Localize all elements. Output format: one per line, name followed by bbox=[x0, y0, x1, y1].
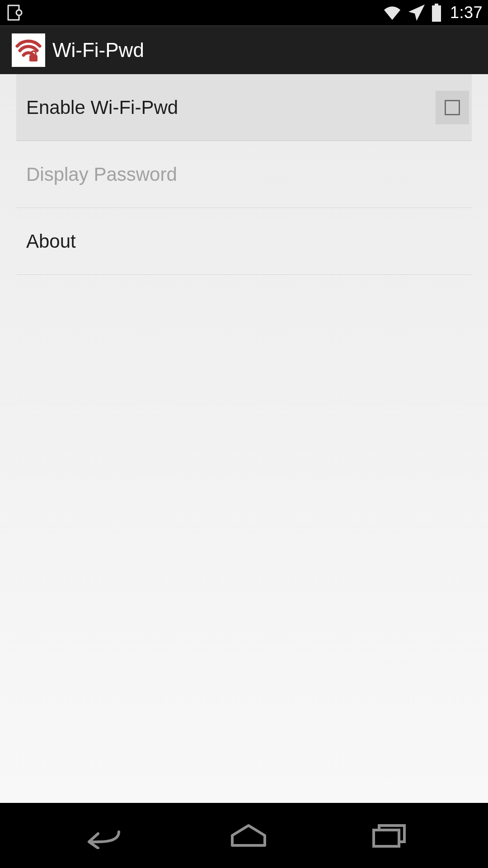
status-bar: 1:37 bbox=[0, 0, 488, 25]
action-bar: Wi-Fi-Pwd bbox=[0, 25, 488, 74]
app-icon bbox=[12, 33, 45, 67]
checkbox-unchecked-icon bbox=[445, 100, 460, 115]
puzzle-piece-icon bbox=[5, 4, 23, 22]
enable-wifi-pwd-item[interactable]: Enable Wi-Fi-Pwd bbox=[16, 74, 472, 141]
recent-apps-button[interactable] bbox=[367, 822, 413, 849]
display-password-item: Display Password bbox=[16, 141, 472, 208]
svg-rect-1 bbox=[432, 5, 441, 22]
back-button[interactable] bbox=[75, 822, 130, 849]
battery-icon bbox=[431, 4, 442, 22]
svg-rect-0 bbox=[435, 4, 438, 5]
svg-rect-2 bbox=[29, 55, 38, 61]
svg-rect-3 bbox=[374, 830, 399, 846]
content-area: Enable Wi-Fi-Pwd Display Password About bbox=[0, 74, 488, 803]
wifi-icon bbox=[382, 5, 402, 21]
about-label: About bbox=[16, 231, 76, 252]
about-item[interactable]: About bbox=[16, 208, 472, 275]
status-time: 1:37 bbox=[450, 3, 483, 22]
home-button[interactable] bbox=[226, 822, 271, 849]
navigation-bar bbox=[0, 803, 488, 868]
app-title: Wi-Fi-Pwd bbox=[52, 39, 144, 61]
airplane-mode-icon bbox=[408, 4, 426, 22]
display-password-label: Display Password bbox=[16, 164, 177, 185]
enable-wifi-pwd-label: Enable Wi-Fi-Pwd bbox=[16, 97, 178, 118]
enable-wifi-pwd-checkbox[interactable] bbox=[436, 91, 469, 124]
